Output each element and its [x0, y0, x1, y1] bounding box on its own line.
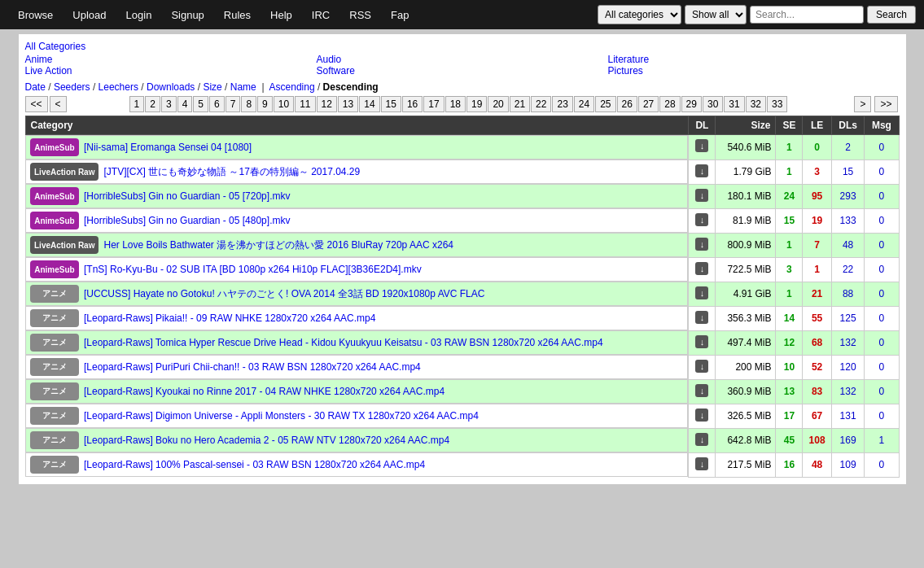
category-badge[interactable]: アニメ [30, 456, 79, 474]
sort-leechers[interactable]: Leechers [99, 81, 138, 93]
category-badge[interactable]: AnimeSub [30, 138, 79, 156]
literature-link[interactable]: Literature [608, 54, 650, 65]
download-icon[interactable] [695, 164, 708, 177]
category-badge[interactable]: アニメ [30, 309, 79, 327]
download-icon[interactable] [695, 335, 708, 348]
live-action-link[interactable]: Live Action [25, 65, 72, 76]
row-download[interactable] [689, 452, 716, 477]
page-num-33[interactable]: 33 [767, 96, 787, 112]
nav-rules[interactable]: Rules [214, 6, 261, 24]
search-button[interactable]: Search [867, 6, 916, 24]
page-num-32[interactable]: 32 [746, 96, 766, 112]
all-categories-link[interactable]: All Categories [25, 41, 86, 52]
download-icon[interactable] [695, 286, 708, 299]
download-icon[interactable] [695, 189, 708, 202]
audio-link[interactable]: Audio [317, 54, 342, 65]
row-download[interactable] [689, 233, 716, 257]
page-num-27[interactable]: 27 [638, 96, 659, 112]
page-num-24[interactable]: 24 [574, 96, 594, 112]
page-first[interactable]: << [25, 96, 48, 112]
download-icon[interactable] [695, 262, 708, 275]
page-num-2[interactable]: 2 [145, 96, 160, 112]
page-num-18[interactable]: 18 [445, 96, 466, 112]
torrent-name-link[interactable]: [Leopard-Raws] Pikaia!! - 09 RAW NHKE 12… [84, 312, 375, 324]
row-download[interactable] [689, 379, 716, 404]
nav-login[interactable]: Login [116, 6, 162, 24]
nav-upload[interactable]: Upload [63, 6, 116, 24]
nav-browse[interactable]: Browse [8, 6, 63, 24]
sort-seeders[interactable]: Seeders [54, 81, 90, 93]
download-icon[interactable] [695, 360, 708, 373]
nav-rss[interactable]: RSS [339, 6, 381, 24]
torrent-name-link[interactable]: [Nii-sama] Eromanga Sensei 04 [1080] [84, 142, 252, 153]
row-download[interactable] [689, 135, 716, 160]
page-num-11[interactable]: 11 [295, 96, 315, 112]
torrent-name-link[interactable]: [TnS] Ro-Kyu-Bu - 02 SUB ITA [BD 1080p x… [84, 264, 422, 275]
page-num-14[interactable]: 14 [359, 96, 379, 112]
page-last[interactable]: >> [874, 96, 897, 112]
row-download[interactable] [689, 208, 716, 233]
download-icon[interactable] [695, 409, 708, 422]
search-input[interactable] [750, 6, 864, 24]
download-icon[interactable] [695, 384, 708, 397]
page-num-30[interactable]: 30 [703, 96, 723, 112]
sort-date[interactable]: Date [25, 81, 46, 93]
page-num-12[interactable]: 12 [317, 96, 337, 112]
nav-fap[interactable]: Fap [381, 6, 418, 24]
page-num-10[interactable]: 10 [274, 96, 294, 112]
page-prev[interactable]: < [50, 96, 67, 112]
row-download[interactable] [689, 159, 716, 184]
download-icon[interactable] [695, 213, 708, 226]
page-num-26[interactable]: 26 [617, 96, 637, 112]
page-num-19[interactable]: 19 [466, 96, 487, 112]
row-download[interactable] [689, 428, 716, 452]
page-num-13[interactable]: 13 [338, 96, 358, 112]
torrent-name-link[interactable]: [JTV][CX] 世にも奇妙な物語 ～17春の特別編～ 2017.04.29 [103, 165, 360, 179]
page-num-28[interactable]: 28 [659, 96, 680, 112]
torrent-name-link[interactable]: [HorribleSubs] Gin no Guardian - 05 [720… [84, 190, 290, 202]
software-link[interactable]: Software [317, 65, 355, 76]
category-badge[interactable]: アニメ [30, 382, 79, 400]
row-download[interactable] [689, 184, 716, 208]
download-icon[interactable] [695, 238, 708, 251]
row-download[interactable] [689, 404, 716, 428]
row-download[interactable] [689, 257, 716, 282]
sort-ascending[interactable]: Ascending [269, 81, 315, 93]
page-num-20[interactable]: 20 [488, 96, 508, 112]
nav-irc[interactable]: IRC [302, 6, 339, 24]
page-num-9[interactable]: 9 [257, 96, 273, 112]
page-num-8[interactable]: 8 [241, 96, 256, 112]
download-icon[interactable] [695, 139, 708, 152]
category-select[interactable]: All categories [598, 5, 681, 24]
category-badge[interactable]: LiveAction Raw [30, 236, 99, 254]
anime-link[interactable]: Anime [25, 54, 53, 65]
torrent-name-link[interactable]: [Leopard-Raws] PuriPuri Chii-chan!! - 03… [84, 361, 421, 373]
page-num-25[interactable]: 25 [595, 96, 615, 112]
page-num-6[interactable]: 6 [209, 96, 225, 112]
row-download[interactable] [689, 355, 716, 379]
sort-descending[interactable]: Descending [323, 81, 379, 93]
page-num-7[interactable]: 7 [226, 96, 241, 112]
page-num-31[interactable]: 31 [724, 96, 744, 112]
torrent-name-link[interactable]: Her Love Boils Bathwater 湯を沸かすほどの熱い愛 201… [103, 238, 453, 252]
page-num-22[interactable]: 22 [531, 96, 551, 112]
row-download[interactable] [689, 282, 716, 306]
page-num-21[interactable]: 21 [510, 96, 530, 112]
download-icon[interactable] [695, 311, 708, 324]
page-num-15[interactable]: 15 [381, 96, 401, 112]
category-badge[interactable]: アニメ [30, 407, 79, 425]
page-num-3[interactable]: 3 [161, 96, 177, 112]
page-num-5[interactable]: 5 [193, 96, 208, 112]
show-select[interactable]: Show all [685, 5, 747, 24]
torrent-name-link[interactable]: [Leopard-Raws] 100% Pascal-sensei - 03 R… [84, 459, 425, 470]
category-badge[interactable]: LiveAction Raw [30, 163, 99, 181]
sort-name[interactable]: Name [230, 81, 256, 93]
row-download[interactable] [689, 330, 716, 355]
category-badge[interactable]: AnimeSub [30, 260, 79, 278]
torrent-name-link[interactable]: [HorribleSubs] Gin no Guardian - 05 [480… [84, 215, 290, 226]
page-num-17[interactable]: 17 [423, 96, 444, 112]
row-download[interactable] [689, 306, 716, 330]
download-icon[interactable] [695, 433, 708, 446]
category-badge[interactable]: AnimeSub [30, 187, 79, 205]
category-badge[interactable]: アニメ [30, 334, 79, 352]
